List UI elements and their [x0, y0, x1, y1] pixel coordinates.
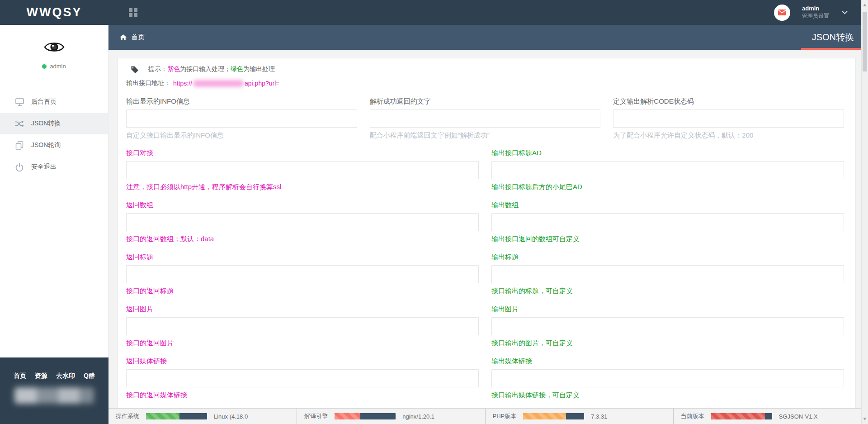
field-help: 接口输出的标题，可自定义 — [491, 287, 844, 295]
form-row: 接口对接 注意，接口必须以http开通，程序解析会自行换算ssl 输出接口标题A… — [126, 149, 844, 191]
form-group-return-image: 返回图片 接口的返回图片 — [126, 305, 479, 348]
engine-progress-bar — [335, 413, 396, 419]
output-title-input[interactable] — [491, 265, 844, 283]
api-connect-input[interactable] — [126, 161, 479, 179]
code-status-input[interactable] — [613, 110, 844, 128]
online-status-dot — [42, 64, 47, 69]
footer-link-watermark[interactable]: 去水印 — [56, 372, 75, 380]
form-panel: 提示：紫色为接口输入处理；绿色为输出处理 输出接口地址： https:// ap… — [118, 58, 856, 408]
field-label: 解析成功返回的文字 — [370, 97, 601, 106]
sidebar-footer: 首页 资源 去水印 Q群 — [0, 357, 108, 424]
form-group-output-title: 输出标题 接口输出的标题，可自定义 — [491, 253, 844, 295]
sidebar-item-json-poll[interactable]: JSON轮询 — [0, 134, 108, 156]
app-window: WWQSY admin — [0, 0, 868, 424]
field-label: 接口对接 — [126, 149, 479, 157]
output-title-ad-input[interactable] — [491, 161, 844, 179]
field-help: 为了配合小程序允许自定义状态码，默认：200 — [613, 131, 844, 140]
field-help: 接口输出媒体链接，可自定义 — [491, 391, 844, 400]
field-label: 返回媒体链接 — [126, 357, 479, 366]
form-group-code-status: 定义输出解析CODE状态码 为了配合小程序允许自定义状态码，默认：200 — [613, 97, 844, 140]
return-array-input[interactable] — [126, 213, 479, 231]
status-cell-os: 操作系统 Linux (4.18.0- — [108, 409, 297, 424]
status-label: 解译引擎 — [304, 412, 328, 420]
footer-link-home[interactable]: 首页 — [14, 372, 26, 380]
footer-link-resources[interactable]: 资源 — [35, 372, 47, 380]
return-media-input[interactable] — [126, 369, 479, 387]
output-array-input[interactable] — [491, 213, 844, 231]
page-content: 提示：紫色为接口输入处理；绿色为输出处理 输出接口地址： https:// ap… — [108, 50, 861, 408]
form-row: 返回图片 接口的返回图片 输出图片 接口输出的图片，可自定义 — [126, 305, 844, 348]
shuffle-icon — [14, 120, 24, 128]
field-label: 返回图片 — [126, 305, 479, 314]
field-label: 输出媒体链接 — [491, 357, 844, 366]
desktop-icon — [14, 98, 24, 106]
field-label: 输出数组 — [491, 201, 844, 210]
sidebar-item-label: JSON轮询 — [31, 141, 61, 149]
page-scrollbar[interactable] — [861, 0, 868, 424]
output-image-input[interactable] — [491, 317, 844, 335]
copy-icon — [14, 141, 24, 150]
sidebar-item-dashboard[interactable]: 后台首页 — [0, 91, 108, 113]
sidebar-toggle-grid-icon[interactable] — [129, 8, 137, 17]
field-label: 定义输出解析CODE状态码 — [613, 97, 844, 106]
user-menu[interactable]: admin 管理员设置 — [802, 5, 848, 19]
user-role: 管理员设置 — [802, 13, 829, 20]
api-url-link[interactable]: https:// api.php?url= — [173, 80, 279, 87]
status-value: 7.3.31 — [591, 413, 607, 420]
topbar-right: admin 管理员设置 — [774, 5, 848, 21]
sidebar-username: admin — [50, 63, 66, 70]
scrollbar-up-arrow[interactable] — [863, 4, 867, 6]
scrollbar-thumb[interactable] — [863, 12, 867, 71]
sidebar: WWQSY admin — [0, 0, 108, 424]
field-label: 返回标题 — [126, 253, 479, 262]
envelope-icon — [778, 10, 786, 15]
field-label: 输出标题 — [491, 253, 844, 262]
field-label: 输出接口标题AD — [491, 149, 844, 157]
success-text-input[interactable] — [370, 110, 601, 128]
tab-json-convert[interactable]: JSON转换 — [801, 25, 861, 50]
return-title-input[interactable] — [126, 265, 479, 283]
form-group-info: 输出显示的INFO信息 自定义接口输出显示的INFO信息 — [126, 97, 357, 140]
form-group-return-media: 返回媒体链接 接口的返回媒体链接 — [126, 357, 479, 400]
eye-logo-icon — [44, 48, 65, 55]
top-fields-row: 输出显示的INFO信息 自定义接口输出显示的INFO信息 解析成功返回的文字 配… — [126, 97, 844, 140]
scrollbar-down-arrow[interactable] — [863, 418, 867, 420]
field-help: 注意，接口必须以http开通，程序解析会自行换算ssl — [126, 183, 479, 191]
field-help: 接口输出的图片，可自定义 — [491, 339, 844, 348]
sidebar-item-json-convert[interactable]: JSON转换 — [0, 113, 108, 134]
sidebar-item-label: 安全退出 — [31, 163, 57, 171]
brand-logo: WWQSY — [0, 0, 108, 25]
field-label: 输出显示的INFO信息 — [126, 97, 357, 106]
form-group-return-title: 返回标题 接口的返回标题 — [126, 253, 479, 295]
status-value: Linux (4.18.0- — [214, 413, 250, 420]
status-label: PHP版本 — [493, 412, 517, 420]
form-group-output-media: 输出媒体链接 接口输出媒体链接，可自定义 — [491, 357, 844, 400]
main-area: admin 管理员设置 首页 — [108, 0, 861, 424]
form-group-success-text: 解析成功返回的文字 配合小程序前端返回文字例如“解析成功” — [370, 97, 601, 140]
sidebar-body: admin 后台首页 — [0, 25, 108, 357]
form-group-output-array: 输出数组 输出接口返回的数组可自定义 — [491, 201, 844, 243]
api-url-line: 输出接口地址： https:// api.php?url= — [126, 79, 844, 87]
version-progress-bar — [711, 413, 772, 419]
output-media-input[interactable] — [491, 369, 844, 387]
form-row: 返回标题 接口的返回标题 输出标题 接口输出的标题，可自定义 — [126, 253, 844, 295]
sidebar-item-logout[interactable]: 安全退出 — [0, 156, 108, 178]
form-row: 返回媒体链接 接口的返回媒体链接 输出媒体链接 接口输出媒体链接，可自定义 — [126, 357, 844, 400]
sidebar-menu: 后台首页 JSON转换 — [0, 88, 108, 178]
breadcrumb[interactable]: 首页 — [120, 33, 145, 42]
field-help: 自定义接口输出显示的INFO信息 — [126, 131, 357, 140]
page-header-bar: 首页 JSON转换 — [108, 25, 861, 50]
power-icon — [14, 163, 24, 172]
os-progress-bar — [146, 413, 207, 419]
chevron-down-icon — [842, 10, 848, 14]
sidebar-item-label: JSON转换 — [31, 119, 61, 128]
return-image-input[interactable] — [126, 317, 479, 335]
messages-button[interactable] — [774, 5, 790, 21]
footer-link-qq-group[interactable]: Q群 — [84, 372, 95, 380]
field-help: 接口的返回标题 — [126, 287, 479, 295]
sidebar-item-label: 后台首页 — [31, 98, 57, 106]
tip-line: 提示：紫色为接口输入处理；绿色为输出处理 — [126, 65, 844, 73]
form-group-output-title-ad: 输出接口标题AD 输出接口标题后方的小尾巴AD — [491, 149, 844, 191]
info-message-input[interactable] — [126, 110, 357, 128]
field-label: 返回数组 — [126, 201, 479, 210]
